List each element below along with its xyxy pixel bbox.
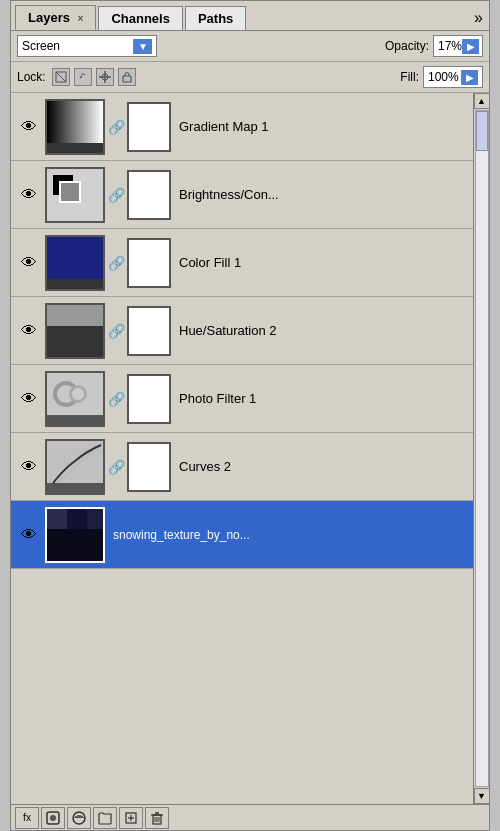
gradient-map-preview	[47, 101, 103, 153]
visibility-toggle[interactable]: 👁	[21, 526, 37, 544]
tab-layers-close[interactable]: ×	[78, 13, 84, 24]
svg-rect-13	[87, 509, 103, 529]
svg-rect-12	[67, 509, 87, 529]
scroll-down-button[interactable]: ▼	[474, 788, 490, 804]
layer-thumbnail	[45, 235, 105, 291]
lock-all-button[interactable]	[118, 68, 136, 86]
mask-thumbnail	[127, 374, 171, 424]
scroll-up-button[interactable]: ▲	[474, 93, 490, 109]
eye-col[interactable]: 👁	[15, 526, 43, 544]
new-group-button[interactable]	[93, 807, 117, 829]
eye-col[interactable]: 👁	[15, 186, 43, 204]
tab-paths[interactable]: Paths	[185, 6, 246, 30]
scroll-track[interactable]	[475, 110, 489, 787]
fill-value: 100%	[428, 70, 459, 84]
opacity-arrow[interactable]: ▶	[462, 39, 479, 54]
layer-row[interactable]: 👁 🔗 Hue/Saturation 2	[11, 297, 473, 365]
link-icon: 🔗	[109, 391, 123, 407]
color-fill-preview	[47, 237, 103, 289]
layer-row[interactable]: 👁 🔗 Color Fill 1	[11, 229, 473, 297]
mask-thumbnail	[127, 102, 171, 152]
texture-preview	[47, 509, 103, 561]
layers-list: 👁 🔗 Gradient Map 1 👁 🔗 Bright	[11, 93, 473, 804]
link-icon: 🔗	[109, 459, 123, 475]
layer-thumbnail	[45, 167, 105, 223]
visibility-toggle[interactable]: 👁	[21, 390, 37, 408]
layer-row[interactable]: 👁 🔗 Brightness/Con...	[11, 161, 473, 229]
scrollbar[interactable]: ▲ ▼	[473, 93, 489, 804]
layer-row[interactable]: 👁 🔗 Curves 2	[11, 433, 473, 501]
svg-rect-11	[47, 509, 67, 529]
link-icon: 🔗	[109, 323, 123, 339]
delete-layer-button[interactable]	[145, 807, 169, 829]
tab-channels[interactable]: Channels	[98, 6, 183, 30]
svg-rect-9	[47, 483, 103, 493]
eye-col[interactable]: 👁	[15, 118, 43, 136]
layer-row-selected[interactable]: 👁 snowing_texture_by_no...	[11, 501, 473, 569]
trash-icon	[150, 811, 164, 825]
adjustment-icon	[72, 811, 86, 825]
opacity-field[interactable]: 17% ▶	[433, 35, 483, 57]
add-mask-button[interactable]	[41, 807, 65, 829]
layer-row[interactable]: 👁 🔗 Gradient Map 1	[11, 93, 473, 161]
mask-thumbnail	[127, 170, 171, 220]
tab-paths-label: Paths	[198, 11, 233, 26]
layer-row[interactable]: 👁 🔗 Photo Filter 1	[11, 365, 473, 433]
panel-options-button[interactable]: »	[470, 7, 487, 29]
curves-preview	[47, 441, 103, 493]
mask-thumbnail	[127, 238, 171, 288]
fill-label: Fill:	[400, 70, 419, 84]
visibility-toggle[interactable]: 👁	[21, 322, 37, 340]
lock-fill-row: Lock: Fill: 100% ▶	[11, 62, 489, 93]
lock-label: Lock:	[17, 70, 46, 84]
new-layer-button[interactable]	[119, 807, 143, 829]
blend-mode-value: Screen	[22, 39, 60, 53]
layers-panel: Layers × Channels Paths » Screen ▼ Opaci…	[10, 0, 490, 831]
fill-arrow[interactable]: ▶	[461, 70, 478, 85]
bottom-toolbar: fx	[11, 804, 489, 830]
svg-rect-6	[123, 76, 131, 82]
layer-name: Curves 2	[173, 459, 469, 474]
layer-name: Photo Filter 1	[173, 391, 469, 406]
adjustment-layer-button[interactable]	[67, 807, 91, 829]
layer-thumbnail	[45, 303, 105, 359]
visibility-toggle[interactable]: 👁	[21, 118, 37, 136]
layer-style-button[interactable]: fx	[15, 807, 39, 829]
layer-name: Brightness/Con...	[173, 187, 469, 202]
add-mask-icon	[46, 811, 60, 825]
tab-layers[interactable]: Layers ×	[15, 5, 96, 30]
svg-point-16	[50, 815, 56, 821]
blend-opacity-row: Screen ▼ Opacity: 17% ▶	[11, 31, 489, 62]
fill-field[interactable]: 100% ▶	[423, 66, 483, 88]
new-layer-icon	[124, 811, 138, 825]
opacity-value: 17%	[438, 39, 462, 53]
visibility-toggle[interactable]: 👁	[21, 254, 37, 272]
link-icon: 🔗	[109, 255, 123, 271]
layer-thumbnail	[45, 439, 105, 495]
link-icon: 🔗	[109, 119, 123, 135]
layer-name-selected: snowing_texture_by_no...	[107, 528, 469, 542]
opacity-label: Opacity:	[385, 39, 429, 53]
lock-transparent-button[interactable]	[52, 68, 70, 86]
eye-col[interactable]: 👁	[15, 458, 43, 476]
layers-area: 👁 🔗 Gradient Map 1 👁 🔗 Bright	[11, 93, 489, 804]
eye-col[interactable]: 👁	[15, 390, 43, 408]
scroll-thumb[interactable]	[476, 111, 488, 151]
svg-line-2	[80, 76, 82, 78]
blend-mode-arrow[interactable]: ▼	[133, 39, 152, 54]
layer-name: Gradient Map 1	[173, 119, 469, 134]
tab-bar: Layers × Channels Paths »	[11, 1, 489, 31]
folder-icon	[98, 811, 112, 825]
layer-thumbnail	[45, 507, 105, 563]
lock-pixels-button[interactable]	[74, 68, 92, 86]
visibility-toggle[interactable]: 👁	[21, 186, 37, 204]
blend-mode-select[interactable]: Screen ▼	[17, 35, 157, 57]
visibility-toggle[interactable]: 👁	[21, 458, 37, 476]
eye-col[interactable]: 👁	[15, 254, 43, 272]
brightness-preview	[47, 169, 103, 221]
eye-col[interactable]: 👁	[15, 322, 43, 340]
layer-name: Hue/Saturation 2	[173, 323, 469, 338]
svg-rect-14	[47, 529, 103, 561]
svg-line-1	[56, 72, 66, 82]
lock-position-button[interactable]	[96, 68, 114, 86]
